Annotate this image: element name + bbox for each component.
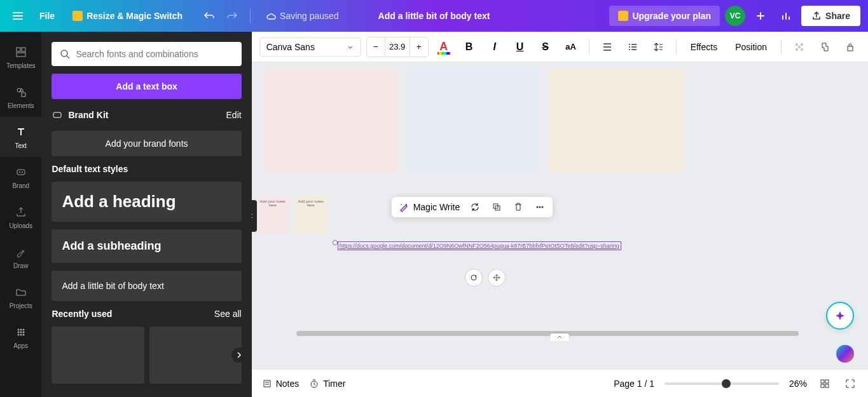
svg-rect-0 [17,48,20,51]
timer-button[interactable]: Timer [309,379,345,389]
avatar[interactable]: VC [725,6,745,26]
svg-point-13 [22,332,24,333]
case-button[interactable]: aA [561,37,581,57]
insights-button[interactable] [776,6,796,26]
recent-next-button[interactable] [231,347,247,363]
nav-uploads[interactable]: Uploads [0,197,41,237]
apps-icon [13,325,29,340]
align-button[interactable] [597,37,617,57]
nav-draw[interactable]: Draw [0,237,41,277]
selected-text-link[interactable]: https://docs.google.com/document/d/12O9N… [338,241,621,250]
grid-view-button[interactable] [817,376,832,391]
svg-rect-5 [17,170,25,175]
spacing-button[interactable] [648,37,668,57]
nav-elements[interactable]: Elements [0,77,41,117]
recent-item[interactable] [52,326,144,384]
svg-point-6 [19,172,20,173]
magic-icon [398,201,410,213]
nav-templates[interactable]: Templates [0,37,41,77]
font-select[interactable]: Canva Sans [259,37,361,57]
brand-kit-edit[interactable]: Edit [226,110,242,120]
underline-button[interactable]: U [510,37,530,57]
search-box[interactable] [52,42,241,66]
nav-brand[interactable]: Brand [0,157,41,197]
share-icon [811,11,822,21]
position-button[interactable]: Position [729,38,773,56]
redo-button[interactable] [222,6,242,26]
share-button[interactable]: Share [801,6,860,26]
duplicate-button[interactable] [490,201,503,213]
small-card-peach[interactable]: Add your notes here [295,196,327,234]
horizontal-scrollbar[interactable] [296,331,799,336]
svg-rect-36 [825,380,829,383]
list-button[interactable] [623,37,643,57]
svg-rect-37 [821,384,824,387]
resize-magic-button[interactable]: Resize & Magic Switch [66,7,189,25]
more-button[interactable] [534,201,546,213]
upgrade-button[interactable]: Upgrade your plan [609,6,720,26]
text-color-button[interactable]: A [434,37,454,57]
lock-button[interactable] [840,37,860,57]
font-size-decrease[interactable]: − [367,37,385,57]
svg-point-28 [401,204,402,205]
move-button[interactable] [488,269,506,286]
transparency-button[interactable] [789,37,809,57]
svg-point-12 [20,332,22,333]
svg-point-16 [22,334,24,336]
svg-point-10 [22,329,24,331]
canva-help-button[interactable] [836,345,854,363]
svg-point-19 [629,44,630,45]
fullscreen-button[interactable] [843,376,858,391]
italic-button[interactable]: I [485,37,505,57]
canvas-card-pink[interactable] [265,69,398,173]
add-body-button[interactable]: Add a little bit of body text [52,271,241,301]
effects-button[interactable]: Effects [684,38,724,56]
crown-icon [72,11,83,21]
add-subheading-button[interactable]: Add a subheading [52,229,241,263]
strikethrough-button[interactable]: S [535,37,556,57]
zoom-slider-thumb[interactable] [722,379,731,388]
file-button[interactable]: File [33,7,61,25]
text-icon [13,124,29,140]
bold-button[interactable]: B [459,37,479,57]
rotate-button[interactable] [465,269,483,286]
page-info: Page 1 / 1 [614,379,654,389]
undo-button[interactable] [199,6,219,26]
svg-point-14 [17,334,19,336]
svg-rect-1 [22,48,25,51]
see-all-button[interactable]: See all [214,309,242,319]
font-size-input[interactable] [385,37,410,57]
projects-icon [13,285,29,300]
document-title[interactable]: Add a little bit of body text [378,11,490,21]
nav-apps[interactable]: Apps [0,317,41,357]
ai-assistant-button[interactable] [826,302,854,330]
regenerate-button[interactable] [469,201,481,213]
add-textbox-button[interactable]: Add a text box [52,74,241,99]
zoom-slider[interactable] [665,382,779,385]
font-size-increase[interactable]: + [410,37,428,57]
notes-button[interactable]: Notes [262,379,300,389]
recent-item[interactable] [149,326,242,384]
recently-used-title: Recently used [52,309,112,319]
expand-pages-button[interactable] [550,333,569,341]
delete-button[interactable] [512,201,525,213]
nav-projects[interactable]: Projects [0,277,41,317]
notes-icon [262,379,272,389]
svg-point-33 [542,206,544,208]
chevron-down-icon [347,43,354,51]
copy-style-button[interactable] [815,37,835,57]
canvas-card-blue[interactable] [407,69,541,173]
nav-text[interactable]: Text [0,117,41,157]
add-brand-fonts-button[interactable]: Add your brand fonts [52,131,241,156]
collapse-panel-button[interactable] [252,200,257,232]
svg-point-17 [61,50,67,57]
add-heading-button[interactable]: Add a heading [52,182,241,222]
hamburger-menu[interactable] [8,6,28,26]
canvas-card-peach[interactable] [549,69,683,173]
add-member-button[interactable] [750,6,771,26]
search-input[interactable] [76,49,233,59]
rotation-handle[interactable] [333,240,338,245]
zoom-value[interactable]: 26% [789,379,807,389]
small-card-pink[interactable]: Add your notes here [257,196,289,234]
magic-write-button[interactable]: Magic Write [398,201,460,213]
